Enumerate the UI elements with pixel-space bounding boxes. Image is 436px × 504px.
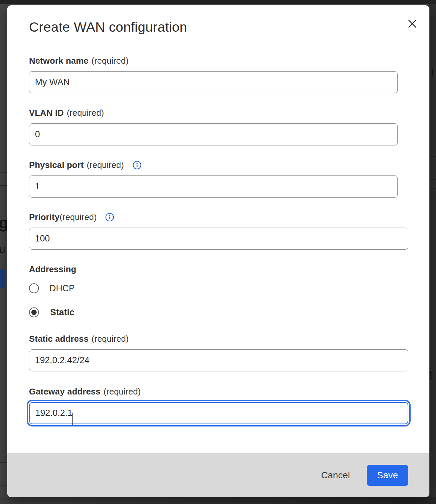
gateway-address-input[interactable] [29,402,408,424]
background-row-divider [0,156,7,156]
network-name-input[interactable] [29,71,398,93]
static-address-label: Static address (required) [29,333,416,344]
save-button[interactable]: Save [367,465,408,486]
background-row-divider [0,462,7,463]
radio-selected-icon [29,307,39,317]
info-icon[interactable] [105,213,114,222]
gateway-address-label: Gateway address (required) [29,386,416,397]
dialog-footer: Cancel Save [7,453,429,497]
dialog-body: Create WAN configuration Network name (r… [7,5,429,453]
background-row-divider [429,188,436,189]
close-button[interactable] [406,17,419,30]
background-top-strip [0,0,436,4]
addressing-section-label: Addressing [29,264,416,274]
dimmed-button-fragment [0,269,5,288]
vlan-id-label: VLAN ID (required) [29,108,416,118]
radio-option-dhcp[interactable]: DHCP [29,283,416,293]
priority-input[interactable] [29,228,408,250]
radio-option-label: DHCP [49,283,75,294]
background-row-divider [0,486,7,486]
background-row-divider [0,185,7,186]
static-address-input[interactable] [29,349,408,371]
cancel-button[interactable]: Cancel [321,468,351,483]
close-icon [406,18,418,30]
background-row-divider [429,156,436,157]
background-row-divider [429,179,436,180]
gateway-address-field [29,402,408,424]
physical-port-label: Physical port (required) [29,160,416,170]
radio-unselected-icon [29,283,39,293]
background-row-divider [0,173,7,173]
dimmed-text-fragment: u [0,243,5,256]
dimmed-text-fragment: l [431,68,434,79]
dimmed-text-fragment: t [429,368,433,382]
background-bottom-strip [0,497,436,504]
radio-option-label: Static [50,307,75,318]
text-cursor [72,413,73,425]
physical-port-input[interactable] [29,175,398,198]
info-icon[interactable] [133,161,141,170]
network-name-label: Network name (required) [29,55,416,66]
priority-label: Priority (required) [29,212,416,222]
vlan-id-input[interactable] [29,123,398,145]
dialog-title: Create WAN configuration [29,19,416,35]
create-wan-configuration-dialog: Create WAN configuration Network name (r… [7,5,429,497]
radio-option-static[interactable]: Static [29,307,416,317]
